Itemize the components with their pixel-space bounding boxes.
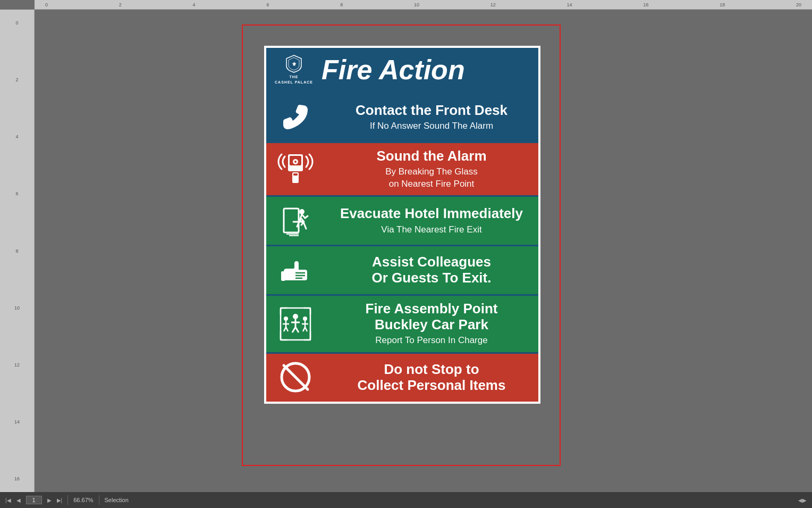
- row-contact: Contact the Front Desk If No Answer Soun…: [266, 94, 538, 141]
- icon-cell-assembly: [266, 296, 325, 352]
- svg-rect-8: [285, 210, 297, 231]
- nav-prev[interactable]: ◀: [16, 497, 21, 503]
- text-cell-assist: Assist Colleagues Or Guests To Exit.: [325, 246, 538, 294]
- nav-first[interactable]: |◀: [5, 497, 11, 503]
- sign-title: Fire Action: [322, 56, 465, 84]
- svg-line-34: [284, 365, 308, 389]
- separator2: [99, 495, 99, 505]
- row-no-collect: Do not Stop to Collect Personal Items: [266, 354, 538, 402]
- row-assist: Assist Colleagues Or Guests To Exit.: [266, 246, 538, 294]
- svg-text:⚜: ⚜: [292, 61, 297, 67]
- icon-cell-exit: [266, 197, 325, 245]
- page-input[interactable]: [26, 496, 42, 504]
- svg-line-22: [295, 327, 299, 332]
- svg-point-28: [303, 317, 307, 321]
- alarm-sub-text: By Breaking The Glass on Nearest Fire Po…: [385, 166, 478, 189]
- row-evacuate: Evacuate Hotel Immediately Via The Neare…: [266, 197, 538, 245]
- assembly-sub-text: Report To Person In Charge: [375, 335, 487, 346]
- svg-line-21: [292, 327, 295, 332]
- ruler-left: 0 2 4 6 8 10 12 14 16: [0, 10, 35, 492]
- zoom-display: 66.67%: [73, 497, 93, 503]
- hotel-logo: ⚜ THECASHEL PALACE: [273, 54, 315, 85]
- svg-line-32: [305, 327, 307, 331]
- bottom-bar: |◀ ◀ ▶ ▶| 66.67% Selection ◀▶: [0, 492, 812, 508]
- sign-header: ⚜ THECASHEL PALACE Fire Action: [266, 48, 538, 94]
- alarm-icon: [277, 150, 314, 188]
- svg-point-4: [294, 161, 297, 163]
- scroll-indicator[interactable]: ◀▶: [798, 497, 807, 503]
- contact-main-text: Contact the Front Desk: [356, 103, 508, 119]
- svg-point-18: [293, 314, 298, 319]
- svg-rect-13: [281, 271, 285, 281]
- ruler-top: 0 2 4 6 8 10 12 14 16 18 20: [35, 0, 812, 10]
- crest-icon: ⚜: [284, 54, 303, 73]
- icon-cell-alarm: [266, 143, 325, 195]
- assembly-icon: [277, 305, 314, 343]
- row-assembly: Fire Assembly Point Buckley Car Park Rep…: [266, 296, 538, 352]
- text-cell-alarm: Sound the Alarm By Breaking The Glass on…: [325, 143, 538, 195]
- contact-sub-text: If No Answer Sound The Alarm: [370, 120, 493, 132]
- nav-last[interactable]: ▶|: [57, 497, 63, 503]
- svg-point-23: [284, 317, 288, 321]
- text-cell-contact: Contact the Front Desk If No Answer Soun…: [325, 94, 538, 141]
- icon-cell-no-entry: [266, 354, 325, 402]
- hotel-name: THECASHEL PALACE: [275, 74, 313, 85]
- canvas-area: ⚜ THECASHEL PALACE Fire Action Contact t: [35, 10, 812, 492]
- fire-action-sign: ⚜ THECASHEL PALACE Fire Action Contact t: [264, 46, 540, 404]
- row-alarm: Sound the Alarm By Breaking The Glass on…: [266, 143, 538, 195]
- text-cell-no-collect: Do not Stop to Collect Personal Items: [325, 354, 538, 402]
- evacuate-sub-text: Via The Nearest Fire Exit: [381, 224, 481, 236]
- svg-line-27: [286, 327, 288, 331]
- text-cell-evacuate: Evacuate Hotel Immediately Via The Neare…: [325, 197, 538, 245]
- nav-next[interactable]: ▶: [47, 497, 52, 503]
- assembly-main-text: Fire Assembly Point Buckley Car Park: [366, 301, 498, 333]
- icon-cell-phone: [266, 94, 325, 141]
- alarm-main-text: Sound the Alarm: [376, 148, 486, 164]
- evacuate-main-text: Evacuate Hotel Immediately: [340, 206, 523, 222]
- separator: [67, 495, 68, 505]
- assist-main-text: Assist Colleagues Or Guests To Exit.: [372, 254, 492, 286]
- mode-display: Selection: [105, 497, 129, 503]
- icon-cell-assist: [266, 246, 325, 294]
- phone-icon: [278, 100, 313, 135]
- text-cell-assembly: Fire Assembly Point Buckley Car Park Rep…: [325, 296, 538, 352]
- no-collect-main-text: Do not Stop to Collect Personal Items: [358, 362, 506, 394]
- exit-icon: [278, 203, 313, 238]
- svg-rect-6: [293, 173, 298, 176]
- assist-icon: [278, 253, 313, 287]
- no-entry-icon: [278, 360, 313, 395]
